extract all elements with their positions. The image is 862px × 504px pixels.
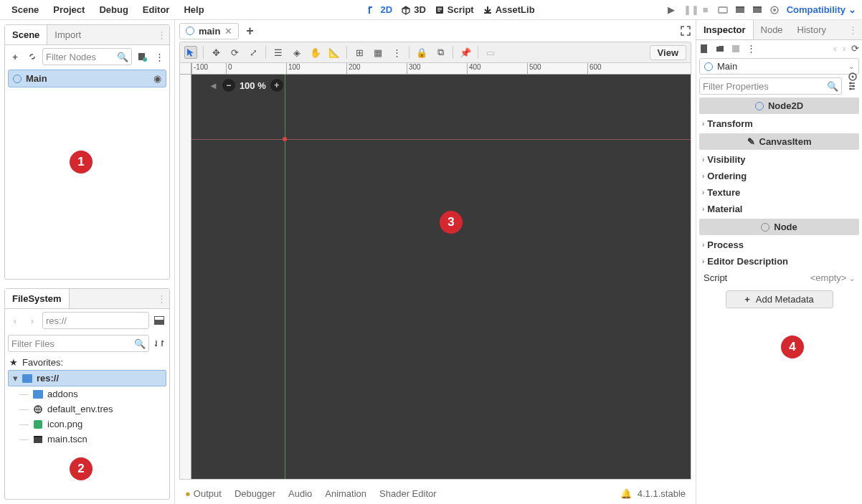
menu-debug[interactable]: Debug: [93, 1, 133, 18]
tab-node[interactable]: Node: [754, 20, 790, 39]
menu-scene[interactable]: Scene: [6, 1, 44, 18]
add-metadata-button[interactable]: +Add Metadata: [726, 290, 833, 308]
section-node[interactable]: Node: [699, 219, 859, 235]
fs-item-main[interactable]: —main.tscn: [5, 432, 169, 447]
pause-icon[interactable]: ❚❚: [683, 4, 693, 15]
view-menu[interactable]: View: [650, 45, 686, 60]
tab-scene[interactable]: Scene: [5, 25, 47, 44]
zoom-out-icon[interactable]: −: [222, 79, 235, 92]
menu-help[interactable]: Help: [178, 1, 209, 18]
history-next-icon[interactable]: ›: [843, 43, 846, 54]
grid-snap-icon[interactable]: ▦: [371, 47, 384, 58]
bp-shader[interactable]: Shader Editor: [379, 488, 437, 499]
prop-visibility[interactable]: ›Visibility: [696, 151, 862, 168]
ruler-tool-icon[interactable]: 📐: [328, 47, 341, 58]
sort-icon[interactable]: [152, 336, 166, 351]
fs-item-icon[interactable]: —icon.png: [5, 417, 169, 432]
history-prev-icon[interactable]: ‹: [833, 43, 836, 54]
snap-toggle-icon[interactable]: ⊞: [353, 47, 366, 58]
scale-tool-icon[interactable]: ⤢: [247, 47, 260, 58]
workspace-3d[interactable]: 3D: [401, 4, 426, 15]
add-node-icon[interactable]: +: [8, 49, 22, 64]
fs-item-addons[interactable]: —addons: [5, 386, 169, 401]
attach-script-icon[interactable]: [135, 49, 149, 64]
manage-properties-icon[interactable]: [848, 72, 858, 82]
new-scene-tab-icon[interactable]: +: [246, 24, 254, 39]
section-node2d[interactable]: Node2D: [699, 98, 859, 114]
dock-menu-icon[interactable]: ⋮: [153, 293, 169, 304]
prop-material[interactable]: ›Material: [696, 201, 862, 217]
section-canvasitem[interactable]: ✎CanvasItem: [699, 133, 859, 150]
bp-output[interactable]: Output: [194, 488, 222, 499]
close-icon[interactable]: ✕: [224, 26, 232, 37]
path-next-icon[interactable]: ›: [25, 313, 39, 328]
bone-icon[interactable]: 📌: [459, 47, 472, 58]
path-prev-icon[interactable]: ‹: [8, 313, 22, 328]
script-value-dropdown[interactable]: <empty> ⌄: [810, 272, 855, 283]
link-node-icon[interactable]: [25, 49, 39, 64]
scene-file-icon: [33, 434, 43, 444]
movie-mode-icon[interactable]: [769, 5, 780, 15]
bp-animation[interactable]: Animation: [325, 488, 366, 499]
bp-audio[interactable]: Audio: [288, 488, 312, 499]
scene-root-node[interactable]: Main ◉: [8, 70, 166, 87]
workspace-assetlib[interactable]: AssetLib: [483, 4, 535, 15]
split-mode-icon[interactable]: [152, 313, 166, 328]
notification-bell-icon[interactable]: 🔔: [620, 488, 632, 499]
tab-filesystem[interactable]: FileSystem: [5, 289, 70, 308]
filter-files-input[interactable]: Filter Files 🔍: [8, 335, 149, 352]
refresh-icon[interactable]: ⟳: [851, 43, 859, 54]
open-doc-icon[interactable]: [699, 44, 709, 54]
scene-dock-more-icon[interactable]: ⋮: [152, 49, 166, 64]
inspected-object-dropdown[interactable]: Main ⌄: [699, 58, 859, 75]
tab-inspector[interactable]: Inspector: [696, 20, 754, 39]
favorites-header[interactable]: ★Favorites:: [5, 355, 169, 370]
tab-history[interactable]: History: [790, 20, 833, 39]
distraction-free-icon[interactable]: [680, 25, 691, 37]
pan-tool-icon[interactable]: ✋: [309, 47, 322, 58]
scene-tab-main[interactable]: main ✕: [179, 23, 239, 39]
filter-nodes-input[interactable]: Filter Nodes 🔍: [42, 48, 132, 65]
override-camera-icon[interactable]: ▭: [484, 47, 497, 58]
prop-editor-desc[interactable]: ›Editor Description: [696, 253, 862, 270]
workspace-2d[interactable]: 2D: [368, 4, 393, 15]
load-resource-icon[interactable]: [715, 44, 725, 54]
menu-editor[interactable]: Editor: [137, 1, 176, 18]
lock-icon[interactable]: 🔒: [415, 47, 428, 58]
group-icon[interactable]: ⧉: [434, 47, 447, 58]
canvas-2d[interactable]: ◄ − 100 % + 3: [191, 75, 691, 479]
fs-item-env[interactable]: —default_env.tres: [5, 401, 169, 417]
rotate-tool-icon[interactable]: ⟳: [228, 47, 241, 58]
prop-texture[interactable]: ›Texture: [696, 184, 862, 201]
menu-project[interactable]: Project: [47, 1, 90, 18]
tab-import[interactable]: Import: [47, 25, 88, 44]
filter-properties-input[interactable]: Filter Properties 🔍: [699, 77, 842, 95]
save-resource-icon[interactable]: [731, 44, 741, 54]
bp-debugger[interactable]: Debugger: [235, 488, 275, 499]
zoom-level[interactable]: 100 %: [240, 80, 266, 91]
extra-options-icon[interactable]: ⋮: [747, 43, 756, 54]
visibility-toggle-icon[interactable]: ◉: [153, 73, 161, 84]
play-icon[interactable]: ▶: [666, 4, 676, 15]
svg-rect-8: [753, 8, 762, 13]
prop-ordering[interactable]: ›Ordering: [696, 168, 862, 184]
snap-options-icon[interactable]: ⋮: [390, 47, 403, 58]
zoom-in-icon[interactable]: +: [270, 79, 283, 92]
dock-menu-icon[interactable]: ⋮: [844, 24, 862, 35]
pivot-tool-icon[interactable]: ◈: [290, 47, 303, 58]
workspace-script[interactable]: Script: [435, 4, 474, 15]
prop-transform[interactable]: ›Transform: [696, 115, 862, 132]
stop-icon[interactable]: ■: [701, 4, 711, 15]
fs-root[interactable]: ▾res://: [8, 370, 166, 386]
select-tool-icon[interactable]: [184, 46, 197, 59]
remote-play-icon[interactable]: [718, 5, 728, 15]
path-box[interactable]: res://: [42, 312, 149, 329]
move-tool-icon[interactable]: ✥: [209, 47, 222, 58]
play-custom-scene-icon[interactable]: [752, 5, 762, 15]
prop-process[interactable]: ›Process: [696, 237, 862, 253]
list-select-icon[interactable]: ☰: [272, 47, 285, 58]
viewport[interactable]: -100 0 100 200 300 400 500 600 ◄ − 100 %…: [179, 63, 691, 480]
renderer-dropdown[interactable]: Compatibility⌄: [787, 4, 856, 15]
dock-menu-icon[interactable]: ⋮: [153, 29, 169, 40]
play-scene-icon[interactable]: [735, 5, 745, 15]
